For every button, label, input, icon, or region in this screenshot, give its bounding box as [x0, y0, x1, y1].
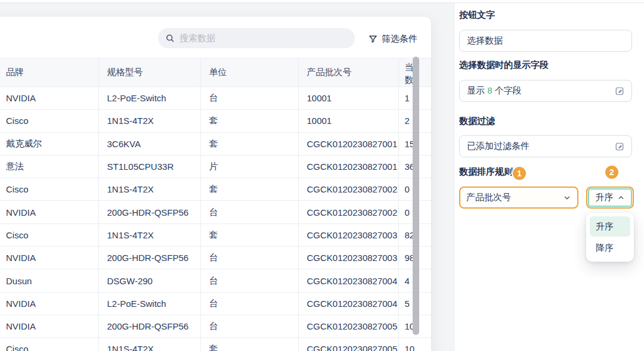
sort-order-dropdown[interactable]: 升序: [586, 187, 634, 209]
table-cell: CGCK0120230827002: [298, 178, 398, 201]
column-header: 产品批次号: [298, 58, 398, 87]
table-row[interactable]: DusunDSGW-290台CGCK01202308270044: [0, 269, 431, 292]
display-fields-label: 选择数据时的显示字段: [459, 60, 549, 71]
display-fields-text: 显示 8 个字段: [467, 85, 522, 97]
table-cell: 台: [200, 201, 298, 223]
table-row[interactable]: NVIDIA200G-HDR-QSFP56台CGCK01202308270039…: [0, 247, 431, 269]
menu-item-ascending[interactable]: 升序: [590, 216, 630, 237]
data-table: 品牌规格型号单位产品批次号当前数量 NVIDIAL2-PoE-Switch台10…: [0, 58, 431, 351]
sort-field-value: 产品批次号: [466, 192, 563, 203]
table-cell: Cisco: [0, 223, 98, 246]
table-cell: CGCK0120230827002: [298, 201, 398, 223]
search-icon: [165, 33, 175, 43]
table-cell: 套: [200, 110, 298, 132]
table-cell: NVIDIA: [0, 315, 98, 337]
table-cell: ST1L05CPU33R: [98, 155, 200, 178]
table-cell: CGCK0120230827005: [298, 338, 398, 351]
settings-panel: 按钮文字 选择数据 选择数据时的显示字段 显示 8 个字段 数据过滤 已添加过滤…: [455, 3, 644, 351]
table-cell: NVIDIA: [0, 87, 98, 110]
table-cell: CGCK0120230827004: [298, 292, 398, 315]
column-header: 单位: [200, 58, 298, 87]
button-text-label: 按钮文字: [459, 10, 495, 21]
table-cell: 套: [200, 178, 298, 201]
table-cell: 台: [200, 87, 298, 110]
table-cell: 台: [200, 292, 298, 315]
table-row[interactable]: NVIDIAL2-PoE-Switch台CGCK01202308270045: [0, 292, 431, 315]
button-text-value: 选择数据: [467, 35, 503, 46]
table-cell: Dusun: [0, 269, 98, 292]
table-cell: NVIDIA: [0, 292, 98, 315]
data-filter-value: 已添加过滤条件: [467, 141, 530, 152]
table-cell: 1N1S-4T2X: [98, 223, 200, 246]
table-row[interactable]: Cisco1N1S-4T2X套CGCK012023082700382: [0, 223, 431, 246]
table-cell: 台: [200, 269, 298, 292]
table-body: NVIDIAL2-PoE-Switch台100011Cisco1N1S-4T2X…: [0, 87, 431, 351]
display-fields-box[interactable]: 显示 8 个字段: [459, 80, 632, 102]
funnel-icon: [368, 34, 378, 44]
table-cell: Cisco: [0, 338, 98, 351]
table-cell: NVIDIA: [0, 201, 98, 223]
sort-field-dropdown[interactable]: 产品批次号: [459, 187, 578, 209]
column-header: 规格型号: [98, 58, 200, 87]
table-row[interactable]: Cisco1N1S-4T2X套CGCK01202308270020: [0, 178, 431, 201]
table-cell: CGCK0120230827004: [298, 269, 398, 292]
sort-rules-label: 数据排序规则: [459, 166, 513, 178]
display-fields-count: 8: [487, 85, 492, 95]
data-filter-label: 数据过滤: [459, 116, 495, 127]
table-header-row: 品牌规格型号单位产品批次号当前数量: [0, 58, 431, 87]
column-header: 品牌: [0, 58, 98, 87]
table-cell: CGCK0120230827005: [298, 315, 398, 337]
edit-icon[interactable]: [615, 86, 624, 96]
table-cell: 台: [200, 315, 298, 337]
table-cell: Cisco: [0, 110, 98, 132]
edit-icon[interactable]: [615, 142, 624, 151]
table-cell: CGCK0120230827001: [298, 132, 398, 155]
table-cell: 3C6KVA: [98, 132, 200, 155]
button-text-input[interactable]: 选择数据: [459, 30, 632, 52]
table-cell: CGCK0120230827001: [298, 155, 398, 178]
table-row[interactable]: Cisco1N1S-4T2X套CGCK012023082700510: [0, 338, 431, 351]
sort-order-value: 升序: [596, 192, 614, 203]
table-cell: 套: [200, 223, 298, 246]
table-cell: 套: [200, 132, 298, 155]
step-badge-2: 2: [604, 164, 620, 180]
table-cell: 套: [200, 338, 298, 351]
table-cell: 10: [398, 338, 431, 351]
table-cell: L2-PoE-Switch: [98, 292, 200, 315]
table-row[interactable]: NVIDIAL2-PoE-Switch台100011: [0, 87, 431, 110]
table-cell: 1N1S-4T2X: [98, 338, 200, 351]
search-placeholder: 搜索数据: [179, 33, 215, 44]
filter-button[interactable]: 筛选条件: [368, 32, 417, 46]
step-badge-1: 1: [512, 166, 527, 181]
table-row[interactable]: 意法ST1L05CPU33R片CGCK012023082700136: [0, 155, 431, 178]
data-picker-card: 搜索数据 筛选条件 品牌规格型号单位产品批次号当前数量 NVIDIAL2-PoE…: [0, 17, 431, 351]
chevron-up-icon: [617, 194, 625, 201]
table-row[interactable]: Cisco1N1S-4T2X套100012: [0, 110, 431, 132]
search-input[interactable]: 搜索数据: [158, 28, 355, 48]
table-cell: 200G-HDR-QSFP56: [98, 201, 200, 223]
table-row[interactable]: NVIDIA200G-HDR-QSFP56台CGCK01202308270051…: [0, 315, 431, 337]
table-cell: NVIDIA: [0, 247, 98, 269]
table-cell: 台: [200, 247, 298, 269]
vertical-scrollbar[interactable]: [413, 57, 419, 335]
table-row[interactable]: NVIDIA200G-HDR-QSFP56台CGCK01202308270020: [0, 201, 431, 223]
filter-button-label: 筛选条件: [382, 33, 417, 45]
table-row[interactable]: 戴克威尔3C6KVA套CGCK012023082700115: [0, 132, 431, 155]
table-cell: 200G-HDR-QSFP56: [98, 247, 200, 269]
table-cell: CGCK0120230827003: [298, 223, 398, 246]
table-cell: 10001: [298, 87, 398, 110]
table-cell: 10001: [298, 110, 398, 132]
table-cell: 意法: [0, 155, 98, 178]
table-cell: 1N1S-4T2X: [98, 110, 200, 132]
table-cell: DSGW-290: [98, 269, 200, 292]
chevron-down-icon: [563, 194, 571, 202]
table-cell: CGCK0120230827003: [298, 247, 398, 269]
table-cell: 1N1S-4T2X: [98, 178, 200, 201]
table-cell: 戴克威尔: [0, 132, 98, 155]
table-cell: 200G-HDR-QSFP56: [98, 315, 200, 337]
table-cell: Cisco: [0, 178, 98, 201]
menu-item-descending[interactable]: 降序: [590, 238, 630, 258]
data-filter-box[interactable]: 已添加过滤条件: [459, 135, 632, 157]
table-cell: 片: [200, 155, 298, 178]
table-cell: L2-PoE-Switch: [98, 87, 200, 110]
